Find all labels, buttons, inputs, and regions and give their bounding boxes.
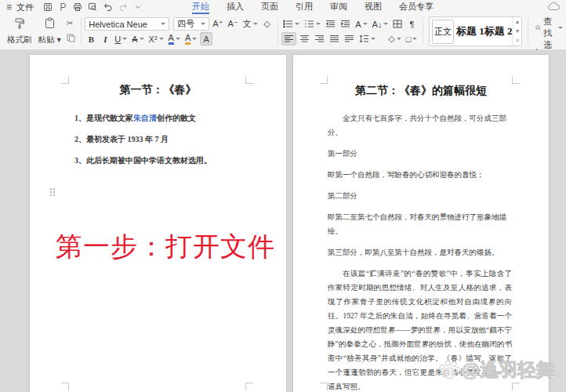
chevron-down-icon	[316, 23, 321, 25]
line-spacing-button[interactable]	[357, 32, 377, 45]
tab-view[interactable]: 视图	[365, 0, 382, 14]
paste-label: 粘贴 ▾	[38, 34, 61, 45]
styles-scroll-arrows[interactable]: ▲ ▼ ≡	[512, 17, 521, 45]
ribbon-toolbar: 格式刷 粘贴 ▾ ✂ Helvetica Neue 四号 A⁺ A⁻ 文 ◇	[0, 14, 566, 50]
style-heading-1[interactable]: 标题 1	[456, 24, 484, 38]
page1-list-item-3[interactable]: 3、此后长期被中国中学语文教材选用。	[74, 155, 212, 166]
sort-button[interactable]: A↓	[371, 17, 390, 31]
page1-list-item-2[interactable]: 2、最初发表于 1933 年 7 月	[74, 134, 169, 145]
copy-icon[interactable]	[67, 34, 75, 44]
strikethrough-button[interactable]: A	[130, 32, 145, 45]
export-pdf-icon[interactable]	[58, 2, 67, 12]
shading-button[interactable]: ◇	[386, 32, 402, 45]
chevron-down-icon	[176, 38, 180, 40]
tab-membership[interactable]: 会员专享	[399, 0, 434, 14]
styles-more-icon[interactable]: ≡	[516, 38, 519, 43]
paragraph-drag-handle-icon[interactable]	[50, 188, 55, 196]
page2-paragraph[interactable]: 第三部分，即第八至第十自然段，是对春天的颂扬。	[328, 245, 512, 260]
increase-indent-button[interactable]	[339, 17, 352, 31]
font-color-button[interactable]: A	[167, 32, 182, 45]
print-icon[interactable]	[73, 2, 82, 12]
highlight-color-button[interactable]: A	[183, 32, 198, 45]
margin-mark	[245, 383, 253, 390]
shrink-font-button[interactable]: A⁻	[226, 17, 239, 31]
save-icon[interactable]	[43, 2, 53, 12]
hyperlink-zhuziqing[interactable]: 朱自清	[133, 114, 157, 122]
find-button[interactable]: 查找	[535, 16, 563, 39]
tab-page[interactable]: 页面	[261, 0, 278, 14]
paragraph-mark-button[interactable]: ¶	[405, 17, 418, 31]
font-name-select[interactable]: Helvetica Neue	[85, 17, 169, 31]
bold-button[interactable]: B	[85, 32, 97, 45]
text-direction-button[interactable]: A	[354, 17, 368, 31]
undo-icon[interactable]	[103, 2, 113, 12]
clipboard-group: 格式刷 粘贴 ▾ ✂	[5, 16, 77, 47]
borders-button[interactable]: □	[405, 32, 419, 45]
distribute-button[interactable]	[343, 32, 356, 45]
customize-quickbar-icon[interactable]	[134, 3, 142, 11]
file-menu[interactable]: 文件	[16, 2, 34, 13]
margin-mark	[512, 383, 520, 390]
paste-icon	[44, 17, 56, 29]
grow-font-button[interactable]: A⁺	[211, 17, 224, 31]
page1-list-item-1[interactable]: 1、是现代散文家朱自清创作的散文	[74, 113, 196, 124]
tab-home[interactable]: 开始	[192, 0, 209, 14]
decrease-indent-button[interactable]	[324, 17, 337, 31]
phonetic-guide-button[interactable]: 文	[241, 17, 259, 31]
page2-paragraph[interactable]: 即第二至第七个自然段，对春天的景物进行了形象地描绘。	[328, 210, 512, 238]
chevron-down-icon	[371, 38, 376, 40]
chevron-down-icon	[363, 23, 368, 25]
document-page-2[interactable]: 第二节：《春》的篇幅很短 全文只有七百多字，共分十个自然段，可分成三部分。 第一…	[293, 55, 549, 392]
page2-title[interactable]: 第二节：《春》的篇幅很短	[293, 84, 549, 98]
bullets-button[interactable]	[281, 17, 301, 31]
separator	[528, 18, 528, 45]
redo-icon[interactable]	[118, 2, 129, 12]
chevron-down-icon	[122, 38, 127, 40]
tab-insert[interactable]: 插入	[227, 0, 244, 14]
char-shading-button[interactable]: A	[200, 32, 212, 45]
font-size-select[interactable]: 四号	[173, 17, 209, 31]
styles-scroll-down-icon[interactable]: ▼	[514, 29, 520, 34]
italic-button[interactable]: I	[99, 32, 111, 45]
cut-icon[interactable]: ✂	[67, 19, 75, 27]
align-left-button[interactable]	[281, 32, 296, 45]
align-center-button[interactable]	[298, 32, 311, 45]
underline-button[interactable]: U	[113, 32, 129, 45]
page2-body-text[interactable]: 全文只有七百多字，共分十个自然段，可分成三部分。 第一部分 即第一个自然段，写盼…	[328, 111, 512, 392]
style-heading-2[interactable]: 标题 2	[484, 24, 513, 38]
clear-format-button[interactable]: ◇	[261, 17, 274, 31]
page2-paragraph[interactable]: 第一部分	[328, 147, 512, 161]
tab-reference[interactable]: 引用	[296, 0, 313, 14]
styles-gallery: 正文 标题 1 标题 2 ▲ ▼ ≡	[429, 16, 523, 46]
paste-button[interactable]: 粘贴 ▾	[36, 16, 63, 47]
margin-mark	[320, 76, 328, 84]
style-body-text[interactable]: 正文	[432, 20, 454, 44]
cloud-status-icon[interactable]	[547, 2, 560, 13]
print-preview-icon[interactable]	[88, 2, 97, 12]
align-right-button[interactable]	[313, 32, 326, 45]
chevron-down-icon	[412, 38, 417, 40]
font-group: Helvetica Neue 四号 A⁺ A⁻ 文 ◇ B I U A X² A…	[85, 16, 273, 47]
chevron-down-icon	[253, 23, 258, 25]
tab-review[interactable]: 审阅	[330, 0, 347, 14]
justify-button[interactable]	[328, 32, 341, 45]
format-painter-button[interactable]: 格式刷	[5, 16, 34, 47]
document-page-1[interactable]: 第一节：《春》 1、是现代散文家朱自清创作的散文 2、最初发表于 1933 年 …	[30, 55, 286, 392]
tab-stops-button[interactable]	[391, 17, 404, 31]
ribbon-tabs: 开始 插入 页面 引用 审阅 视图 会员专享	[192, 0, 434, 14]
page2-paragraph[interactable]: 全文只有七百多字，共分十个自然段，可分成三部分。	[328, 111, 512, 140]
superscript-button[interactable]: X²	[147, 32, 165, 45]
page2-paragraph[interactable]: 在该篇“贮满诗意”的“春的赞歌”中，事实上隐含了作家特定时期的思想情绪、对人生及…	[328, 267, 512, 392]
margin-mark	[61, 383, 69, 390]
page2-paragraph[interactable]: 第二部分	[328, 189, 512, 203]
page2-paragraph[interactable]: 即第一个自然段，写盼春的心切和迎春的喜悦；	[328, 168, 512, 182]
margin-mark	[512, 76, 520, 84]
numbering-button[interactable]	[303, 17, 322, 31]
document-canvas[interactable]: 第一节：《春》 1、是现代散文家朱自清创作的散文 2、最初发表于 1933 年 …	[0, 50, 566, 392]
page1-title[interactable]: 第一节：《春》	[30, 83, 286, 97]
hamburger-menu-icon[interactable]: ≡	[6, 2, 12, 13]
styles-scroll-up-icon[interactable]: ▲	[514, 20, 520, 24]
chevron-down-icon	[383, 23, 388, 25]
annotation-step-text[interactable]: 第一步：打开文件	[56, 229, 275, 265]
format-painter-label: 格式刷	[7, 34, 32, 45]
